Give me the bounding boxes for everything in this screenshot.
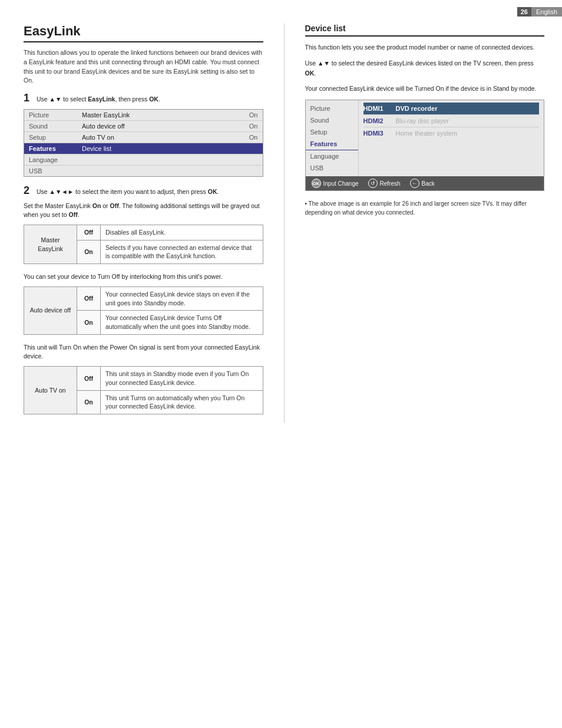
master-easylink-desc: Set the Master EasyLink On or Off. The f… xyxy=(24,202,263,220)
sidebar-item-usb: USB xyxy=(306,162,358,174)
device-menu-inner: Picture Sound Setup Features Language US… xyxy=(306,100,544,176)
auto-tv-off-desc: This unit stays in Standby mode even if … xyxy=(101,367,263,390)
intro-text: This function allows you to operate the … xyxy=(24,48,263,85)
hdmi3-device: Home theater system xyxy=(396,130,458,137)
auto-device-label: Auto device off xyxy=(24,286,77,334)
menu-row-usb: USB xyxy=(24,166,263,176)
menu-cat-language: Language xyxy=(29,156,76,163)
auto-device-off-option: Off xyxy=(77,286,101,310)
refresh-label: Refresh xyxy=(380,180,401,187)
menu-row-sound: Sound Auto device off On xyxy=(24,121,263,132)
footer-refresh: ↺ Refresh xyxy=(368,179,401,188)
section-title: EasyLink xyxy=(24,24,263,42)
menu-val-master: On xyxy=(240,111,258,118)
page-corner: 26 English xyxy=(517,7,562,17)
device-menu-content: HDMI1 DVD recorder HDMI2 Blu-ray disc pl… xyxy=(359,100,544,176)
hdmi1-device: DVD recorder xyxy=(396,105,438,112)
hdmi2-label: HDMI2 xyxy=(363,117,396,124)
menu-row-picture: Picture Master EasyLink On xyxy=(24,110,263,121)
ok-icon: OK xyxy=(312,179,321,188)
master-off-desc: Disables all EasyLink. xyxy=(101,225,263,241)
table-row: Auto device off Off Your connected EasyL… xyxy=(24,286,263,310)
menu-label-auto-device: Auto device off xyxy=(76,123,240,130)
sidebar-item-language: Language xyxy=(306,150,358,162)
hdmi1-row: HDMI1 DVD recorder xyxy=(363,103,540,115)
step1-number: 1 xyxy=(24,93,33,104)
hdmi3-label: HDMI3 xyxy=(363,130,396,137)
input-change-label: Input Change xyxy=(323,180,359,187)
device-list-title: Device list xyxy=(305,24,545,37)
hdmi1-label: HDMI1 xyxy=(363,105,396,112)
master-on-option: On xyxy=(77,240,101,263)
step2-text: Use ▲▼◄► to select the item you want to … xyxy=(37,185,219,197)
menu-cat-usb: USB xyxy=(29,167,76,174)
master-on-desc: Selects if you have connected an externa… xyxy=(101,240,263,263)
footer-back: ← Back xyxy=(410,179,435,188)
page-number: 26 xyxy=(517,7,531,17)
auto-tv-label: Auto TV on xyxy=(24,367,77,414)
menu-row-features: Features Device list xyxy=(24,143,263,154)
right-column: Device list This function lets you see t… xyxy=(305,24,545,423)
footer-input-change: OK Input Change xyxy=(312,179,359,188)
table-row: Master EasyLink Off Disables all EasyLin… xyxy=(24,225,263,241)
hdmi2-row: HDMI2 Blu-ray disc player xyxy=(363,115,540,127)
auto-tv-table: Auto TV on Off This unit stays in Standb… xyxy=(24,366,263,414)
sidebar-item-features: Features xyxy=(306,138,358,150)
sidebar-item-picture: Picture xyxy=(306,103,358,114)
sidebar-item-setup: Setup xyxy=(306,126,358,138)
step2: 2 Use ▲▼◄► to select the item you want t… xyxy=(24,185,263,197)
master-easylink-table: Master EasyLink Off Disables all EasyLin… xyxy=(24,225,263,264)
device-intro-2: Use ▲▼ to select the desired EasyLink de… xyxy=(305,58,545,78)
menu-val-auto-device: On xyxy=(240,123,258,130)
hdmi2-device: Blu-ray disc player xyxy=(396,117,449,124)
menu-label-auto-tv: Auto TV on xyxy=(76,134,240,141)
step1: 1 Use ▲▼ to select EasyLink, then press … xyxy=(24,93,263,104)
hdmi3-row: HDMI3 Home theater system xyxy=(363,127,540,139)
device-intro-1: This function lets you see the product m… xyxy=(305,42,545,52)
auto-device-on-desc: Your connected EasyLink device Turns Off… xyxy=(101,311,263,334)
left-column: EasyLink This function allows you to ope… xyxy=(24,24,263,423)
menu-label-device-list: Device list xyxy=(76,145,240,152)
auto-device-off-desc: Your connected EasyLink device stays on … xyxy=(101,286,263,310)
auto-tv-desc: This unit will Turn On when the Power On… xyxy=(24,343,263,362)
device-intro-3: Your connected EasyLink device will be T… xyxy=(305,84,545,94)
auto-device-desc: You can set your device to Turn Off by i… xyxy=(24,272,263,282)
step1-text: Use ▲▼ to select EasyLink, then press OK… xyxy=(37,93,160,104)
device-menu-box: Picture Sound Setup Features Language US… xyxy=(305,100,545,191)
easylink-menu-box: Picture Master EasyLink On Sound Auto de… xyxy=(24,109,263,177)
page-language: English xyxy=(531,7,562,17)
table-row: Auto TV on Off This unit stays in Standb… xyxy=(24,367,263,390)
auto-tv-on-option: On xyxy=(77,390,101,414)
step2-number: 2 xyxy=(24,185,33,197)
auto-device-table: Auto device off Off Your connected EasyL… xyxy=(24,286,263,335)
refresh-icon: ↺ xyxy=(368,179,378,188)
master-easylink-label: Master EasyLink xyxy=(24,225,77,264)
column-divider xyxy=(284,24,285,423)
device-note: The above image is an example for 26 inc… xyxy=(305,199,545,217)
menu-cat-picture: Picture xyxy=(29,111,76,118)
menu-row-language: Language xyxy=(24,154,263,166)
menu-label-master: Master EasyLink xyxy=(76,111,240,118)
menu-cat-features: Features xyxy=(29,145,76,152)
auto-tv-off-option: Off xyxy=(77,367,101,390)
menu-cat-sound: Sound xyxy=(29,123,76,130)
menu-row-setup: Setup Auto TV on On xyxy=(24,132,263,143)
master-off-option: Off xyxy=(77,225,101,241)
menu-val-auto-tv: On xyxy=(240,134,258,141)
device-menu-footer: OK Input Change ↺ Refresh ← Back xyxy=(306,176,544,190)
auto-tv-on-desc: This unit Turns on automatically when yo… xyxy=(101,390,263,414)
back-label: Back xyxy=(422,180,435,187)
menu-cat-setup: Setup xyxy=(29,134,76,141)
auto-device-on-option: On xyxy=(77,311,101,334)
back-icon: ← xyxy=(410,179,419,188)
sidebar-item-sound: Sound xyxy=(306,114,358,126)
device-menu-sidebar: Picture Sound Setup Features Language US… xyxy=(306,100,359,176)
